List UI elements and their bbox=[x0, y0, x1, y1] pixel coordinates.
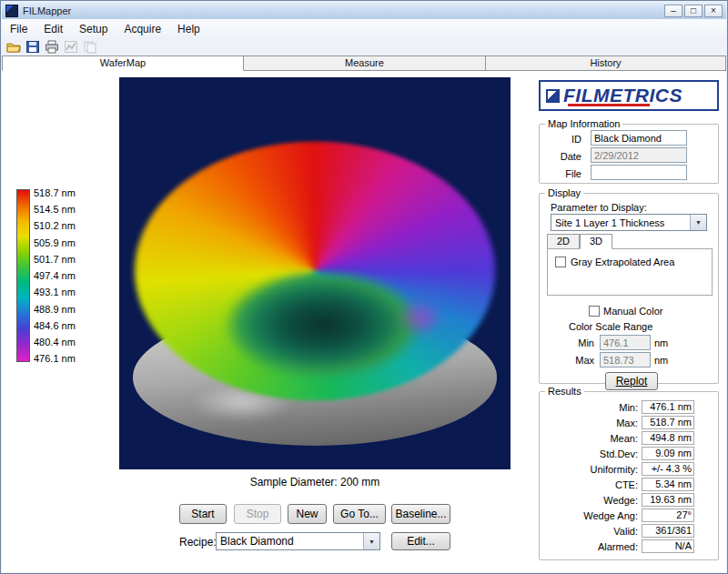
legend-tick: 488.9 nm bbox=[34, 304, 76, 315]
legend-tick: 497.4 nm bbox=[34, 270, 76, 281]
color-scale-range-label: Color Scale Range bbox=[569, 321, 687, 332]
result-label: Wedge: bbox=[540, 495, 638, 506]
recipe-dropdown[interactable]: Black Diamond ▼ bbox=[216, 532, 380, 550]
edit-recipe-button[interactable]: Edit... bbox=[391, 532, 450, 550]
new-button[interactable]: New bbox=[288, 504, 327, 524]
wafermap-page: 518.7 nm 514.5 nm 510.2 nm 505.9 nm 501.… bbox=[2, 71, 726, 572]
result-value: 5.34 nm bbox=[642, 478, 694, 491]
result-value: 9.09 nm bbox=[642, 447, 694, 460]
result-value: 476.1 nm bbox=[642, 400, 694, 414]
result-value: 494.8 nm bbox=[642, 431, 694, 445]
minimize-icon[interactable]: – bbox=[664, 5, 682, 17]
baseline-button[interactable]: Baseline... bbox=[391, 504, 450, 524]
legend-tick: 476.1 nm bbox=[34, 353, 76, 364]
max-unit: nm bbox=[654, 355, 674, 366]
legend-tick: 501.7 nm bbox=[34, 254, 76, 265]
start-button[interactable]: Start bbox=[179, 504, 227, 524]
min-field bbox=[600, 335, 651, 350]
legend-tick: 505.9 nm bbox=[34, 237, 76, 248]
results-title: Results bbox=[545, 386, 584, 397]
chevron-down-icon[interactable]: ▼ bbox=[363, 533, 379, 549]
date-field bbox=[591, 147, 687, 163]
menu-help[interactable]: Help bbox=[169, 20, 208, 38]
manual-color-checkbox[interactable] bbox=[589, 306, 600, 317]
legend-tick: 510.2 nm bbox=[34, 220, 76, 231]
result-value: 361/361 bbox=[642, 524, 694, 538]
recipe-value: Black Diamond bbox=[217, 535, 363, 548]
menu-edit[interactable]: Edit bbox=[35, 20, 71, 38]
menu-file[interactable]: File bbox=[2, 20, 35, 38]
logo-red-underline bbox=[568, 104, 650, 106]
result-value: 27° bbox=[642, 509, 694, 522]
result-label: Mean: bbox=[540, 433, 638, 444]
menu-bar: File Edit Setup Acquire Help bbox=[2, 19, 726, 39]
result-label: Wedge Ang: bbox=[540, 510, 638, 521]
display-group: Display Parameter to Display: Site 1 Lay… bbox=[539, 193, 719, 384]
legend-tick: 493.1 nm bbox=[34, 287, 76, 297]
print-icon[interactable] bbox=[45, 40, 59, 54]
chevron-down-icon[interactable]: ▼ bbox=[690, 215, 706, 230]
save-icon[interactable] bbox=[25, 40, 40, 54]
app-window: FILMapper – □ × File Edit Setup Acquire … bbox=[0, 0, 728, 574]
result-label: Min: bbox=[540, 402, 638, 413]
toolbar bbox=[2, 38, 726, 55]
open-folder-icon[interactable] bbox=[6, 40, 21, 54]
tab-history[interactable]: History bbox=[486, 55, 726, 71]
close-icon[interactable]: × bbox=[704, 5, 723, 17]
map-information-title: Map Information bbox=[545, 118, 622, 129]
result-label: Max: bbox=[540, 418, 638, 428]
legend-tick: 484.6 nm bbox=[34, 320, 76, 331]
recipe-label: Recipe: bbox=[179, 536, 217, 549]
gray-extrapolated-label: Gray Extrapolated Area bbox=[571, 257, 674, 267]
tab-3d[interactable]: 3D bbox=[580, 234, 612, 249]
wafer-3d-map[interactable] bbox=[119, 77, 511, 469]
id-label: ID bbox=[552, 134, 581, 145]
result-label: Valid: bbox=[540, 526, 638, 537]
maximize-icon[interactable]: □ bbox=[684, 5, 703, 17]
results-group: Results Min: 476.1 nm Max: 518.7 nm Mean… bbox=[539, 391, 719, 560]
result-label: CTE: bbox=[540, 479, 638, 490]
chart-icon bbox=[64, 40, 78, 54]
result-value: +/- 4.3 % bbox=[642, 462, 694, 476]
tab-measure[interactable]: Measure bbox=[244, 55, 486, 71]
file-field[interactable] bbox=[591, 165, 687, 180]
app-icon bbox=[5, 5, 18, 17]
id-field[interactable] bbox=[591, 130, 687, 146]
filmetrics-logo: FILMETRICS bbox=[539, 80, 719, 111]
goto-button[interactable]: Go To... bbox=[333, 504, 386, 524]
stop-button: Stop bbox=[234, 504, 281, 524]
file-label: File bbox=[552, 168, 581, 179]
parameter-dropdown[interactable]: Site 1 Layer 1 Thickness ▼ bbox=[551, 214, 707, 231]
menu-acquire[interactable]: Acquire bbox=[116, 20, 169, 38]
result-value: 19.63 nm bbox=[642, 493, 694, 507]
min-label: Min bbox=[571, 337, 594, 348]
result-label: Alarmed: bbox=[540, 541, 638, 552]
wafer-inner-magenta-region bbox=[388, 291, 453, 344]
parameter-label: Parameter to Display: bbox=[551, 202, 696, 213]
result-label: Std.Dev: bbox=[540, 448, 638, 459]
manual-color-label: Manual Color bbox=[603, 306, 662, 317]
3d-options-panel: Gray Extrapolated Area bbox=[547, 248, 713, 296]
sample-diameter-caption: Sample Diameter: 200 mm bbox=[119, 476, 511, 488]
window-title: FILMapper bbox=[23, 5, 71, 16]
title-bar: FILMapper – □ × bbox=[2, 2, 726, 19]
tab-wafermap[interactable]: WaferMap bbox=[2, 55, 244, 71]
legend-tick: 518.7 nm bbox=[34, 187, 76, 198]
tab-2d[interactable]: 2D bbox=[547, 234, 580, 249]
display-title: Display bbox=[545, 187, 583, 198]
menu-setup[interactable]: Setup bbox=[71, 20, 116, 38]
result-label: Uniformity: bbox=[540, 464, 638, 475]
legend-tick: 514.5 nm bbox=[34, 204, 76, 215]
main-tabstrip: WaferMap Measure History bbox=[2, 55, 726, 71]
date-label: Date bbox=[552, 151, 581, 162]
map-information-group: Map Information ID Date File bbox=[539, 124, 719, 184]
replot-button[interactable]: Replot bbox=[605, 372, 658, 390]
max-field bbox=[600, 352, 651, 368]
parameter-value: Site 1 Layer 1 Thickness bbox=[551, 217, 690, 228]
copy-icon bbox=[83, 40, 97, 54]
gray-extrapolated-checkbox[interactable] bbox=[555, 257, 566, 267]
legend-tick: 480.4 nm bbox=[34, 337, 76, 347]
logo-grid-icon bbox=[546, 89, 560, 103]
result-value: N/A bbox=[642, 539, 694, 553]
color-scale-bar bbox=[16, 189, 30, 362]
